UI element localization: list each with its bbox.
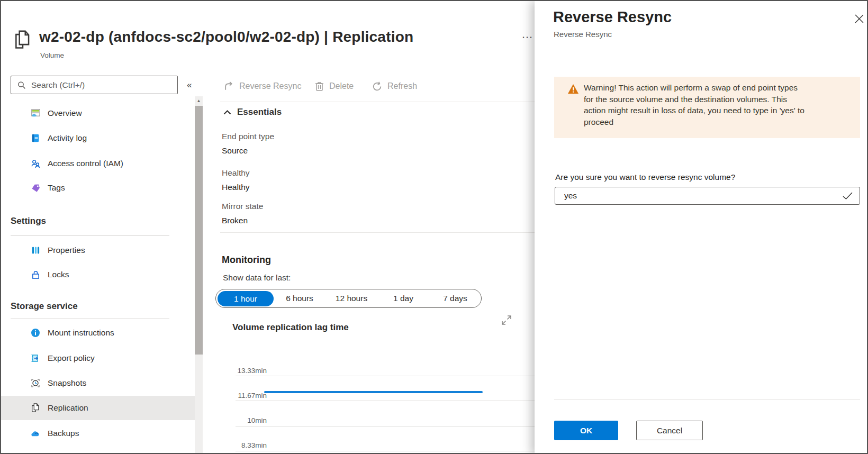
warning-line: proceed [584, 116, 848, 128]
page-subtitle: Volume [40, 51, 64, 59]
sidebar-item-label: Replication [48, 403, 88, 413]
overview-icon [30, 108, 41, 119]
time-range-picker: 1 hour 6 hours 12 hours 1 day 7 days [215, 289, 482, 308]
sidebar-item-tags[interactable]: Tags [1, 176, 195, 200]
sidebar-item-label: Properties [48, 246, 85, 255]
field-label: End point type [222, 132, 274, 141]
time-range-6-hours[interactable]: 6 hours [274, 294, 326, 303]
sidebar-item-label: Access control (IAM) [48, 159, 123, 168]
y-axis-tick: 10min [235, 416, 267, 424]
sidebar-item-label: Backups [48, 429, 79, 438]
sidebar-item-export-policy[interactable]: Export policy [1, 346, 195, 370]
show-data-label: Show data for last: [223, 273, 291, 283]
field-value: Source [222, 146, 248, 156]
sidebar-item-replication[interactable]: Replication [1, 396, 195, 420]
sidebar-item-label: Tags [48, 183, 65, 193]
time-range-7-days[interactable]: 7 days [429, 294, 481, 303]
divider [11, 319, 169, 319]
warning-text: Warning! This action will perform a swap… [584, 82, 848, 128]
warning-line: Warning! This action will perform a swap… [584, 82, 848, 94]
sidebar-item-locks[interactable]: Locks [1, 262, 195, 287]
sidebar-item-access-control[interactable]: Access control (IAM) [1, 151, 195, 176]
chart-series-line [264, 391, 483, 393]
sidebar-item-label: Activity log [48, 133, 87, 143]
sidebar-section-storage-service: Storage service [11, 301, 78, 312]
y-axis-tick: 13.33min [235, 367, 267, 375]
time-range-1-day[interactable]: 1 day [377, 294, 429, 303]
gridline [236, 376, 535, 376]
chart-title: Volume replication lag time [232, 322, 349, 333]
activity-log-icon [30, 133, 41, 143]
export-policy-icon [30, 353, 41, 364]
confirm-input[interactable] [563, 190, 842, 201]
azure-portal-window: w2-02-dp (anfdocs-sc2/pool0/w2-02-dp) | … [0, 0, 868, 454]
snapshots-icon [30, 378, 41, 388]
field-label: Healthy [222, 168, 250, 178]
gridline [236, 401, 535, 401]
sidebar-item-snapshots[interactable]: Snapshots [1, 371, 195, 395]
reverse-resync-panel: Reverse Resync Reverse Resync Warning! T… [535, 1, 868, 454]
chevron-up-icon [223, 110, 231, 115]
sidebar-search[interactable] [11, 76, 178, 94]
toolbar-refresh-button[interactable]: Refresh [372, 78, 417, 94]
divider [11, 235, 169, 236]
access-control-icon [30, 158, 41, 169]
sidebar-collapse-button[interactable]: « [187, 80, 192, 90]
sidebar-section-settings: Settings [11, 216, 46, 226]
reverse-resync-icon [223, 81, 234, 92]
search-input[interactable] [30, 80, 177, 90]
toolbar-divider [220, 102, 535, 102]
replication-icon [30, 403, 41, 413]
footer-divider [554, 399, 860, 400]
scrollbar-up-arrow[interactable]: ▲ [195, 96, 203, 105]
toolbar-button-label: Reverse Resync [239, 81, 301, 91]
lock-icon [30, 269, 41, 280]
toolbar-button-label: Refresh [387, 81, 417, 91]
sidebar-scrollbar-thumb[interactable] [195, 106, 203, 355]
toolbar-delete-button[interactable]: Delete [314, 78, 354, 94]
toolbar-reverse-resync-button[interactable]: Reverse Resync [223, 78, 301, 94]
properties-icon [30, 245, 41, 256]
chart-expand-icon[interactable] [501, 314, 512, 328]
warning-line: for the source volume and the destinatio… [584, 94, 848, 105]
page-title: w2-02-dp (anfdocs-sc2/pool0/w2-02-dp) | … [39, 29, 413, 46]
essentials-toggle[interactable]: Essentials [223, 107, 282, 117]
info-icon [30, 328, 41, 338]
sidebar-item-backups[interactable]: Backups [1, 421, 195, 446]
volume-blade-icon [13, 29, 33, 55]
backups-icon [30, 428, 41, 439]
gridline [236, 426, 535, 426]
section-divider [220, 232, 535, 233]
warning-banner: Warning! This action will perform a swap… [554, 77, 860, 138]
close-icon[interactable] [853, 13, 865, 24]
y-axis-tick: 8.33min [235, 441, 267, 449]
warning-line: action might result in loss of data, you… [584, 105, 848, 116]
search-icon [17, 81, 26, 89]
refresh-icon [372, 81, 383, 92]
essentials-title: Essentials [237, 107, 282, 117]
sidebar-item-label: Overview [48, 108, 82, 118]
cancel-button[interactable]: Cancel [636, 421, 703, 440]
sidebar-item-label: Snapshots [48, 378, 86, 388]
trash-icon [314, 81, 324, 92]
sidebar-item-label: Locks [48, 270, 69, 279]
panel-title: Reverse Resync [553, 8, 672, 26]
monitoring-title: Monitoring [222, 255, 271, 266]
field-value: Healthy [222, 183, 250, 192]
sidebar-item-properties[interactable]: Properties [1, 238, 195, 262]
warning-icon [567, 84, 579, 96]
ok-button[interactable]: OK [554, 421, 618, 440]
time-range-1-hour[interactable]: 1 hour [218, 291, 274, 306]
gridline [236, 451, 535, 451]
sidebar-item-mount-instructions[interactable]: Mount instructions [1, 321, 195, 345]
sidebar-item-overview[interactable]: Overview [1, 101, 195, 125]
time-range-12-hours[interactable]: 12 hours [326, 294, 377, 303]
field-label: Mirror state [222, 202, 263, 211]
y-axis-tick: 11.67min [235, 392, 267, 399]
sidebar-item-label: Mount instructions [48, 328, 114, 338]
page-overflow-menu[interactable]: … [521, 28, 534, 41]
confirm-question: Are you sure you want to reverse resync … [555, 172, 735, 182]
sidebar-item-activity-log[interactable]: Activity log [1, 126, 195, 150]
field-value: Broken [222, 216, 248, 225]
sidebar-item-label: Export policy [48, 353, 95, 363]
